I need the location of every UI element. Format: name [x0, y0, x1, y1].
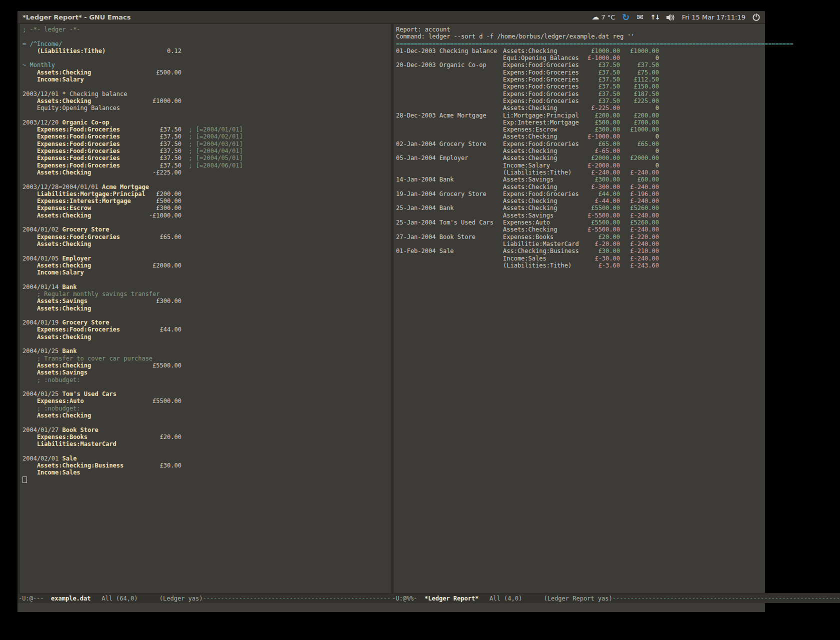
buffer-line[interactable]: Expenses:Books £20.00 [22, 434, 391, 440]
buffer-line[interactable]: 2004/01/19 Grocery Store [22, 319, 391, 326]
buffer-line[interactable]: Expenses:Escrow £300.00 [22, 204, 391, 212]
buffer-line[interactable]: 2004/01/25 Tom's Used Cars [22, 390, 391, 398]
buffer-line[interactable]: 2004/01/25 Bank [22, 348, 391, 354]
report-row[interactable]: Liabilitie:MasterCard£-20.00£-240.00 [396, 240, 840, 248]
buffer-line[interactable]: Expenses:Food:Groceries £37.50 ; [=2004/… [22, 133, 391, 140]
buffer-line[interactable]: Assets:Checking £5500.00 [22, 362, 391, 369]
buffer-line[interactable]: Assets:Checking [22, 240, 391, 248]
report-row[interactable]: Assets:Checking£-5500.00£-240.00 [396, 226, 840, 233]
report-row[interactable]: 01-Feb-2004 SaleAss:Checking:Business£30… [396, 248, 840, 254]
report-row[interactable]: (Liabilities:Tithe)£-3.60£-243.60 [396, 262, 840, 269]
buffer-line[interactable]: = /^Income/ [22, 40, 391, 48]
buffer-line[interactable]: ; -*- ledger -*- [22, 26, 391, 33]
report-row[interactable]: Exp:Interest:Mortgage£500.00£700.00 [396, 119, 840, 126]
report-row[interactable]: Expens:Food:Groceries£37.50£150.00 [396, 83, 840, 90]
report-row[interactable]: 20-Dec-2003 Organic Co-opExpens:Food:Gro… [396, 62, 840, 68]
report-row[interactable]: 05-Jan-2004 EmployerAssets:Checking£2000… [396, 154, 840, 162]
buffer-line[interactable] [22, 340, 391, 348]
buffer-line[interactable]: Assets:Checking £2000.00 [22, 262, 391, 269]
buffer-line[interactable]: 2004/01/27 Book Store [22, 426, 391, 434]
buffer-line[interactable]: ; :nobudget: [22, 405, 391, 412]
report-row[interactable]: Income:Salary£-2000.000 [396, 162, 840, 169]
report-row[interactable]: Expens:Food:Groceries£37.50£225.00 [396, 98, 840, 104]
modeline-left[interactable]: -U:@--- example.dat All (64,0) (Ledger y… [18, 593, 391, 603]
buffer-line[interactable]: Expenses:Food:Groceries £37.50 ; [=2004/… [22, 154, 391, 162]
buffer-line[interactable]: Income:Salary [22, 269, 391, 276]
buffer-line[interactable] [22, 419, 391, 426]
buffer-line[interactable]: ; Regular monthly savings transfer [22, 290, 391, 298]
buffer-line[interactable]: Assets:Checking [22, 305, 391, 312]
report-row[interactable]: Assets:Savings£-5500.00£-240.00 [396, 212, 840, 219]
report-row[interactable]: 27-Jan-2004 Book StoreExpenses:Books£20.… [396, 234, 840, 240]
buffer-line[interactable]: Assets:Checking £500.00 [22, 69, 391, 76]
buffer-line[interactable]: Expenses:Food:Groceries £37.50 ; [=2004/… [22, 148, 391, 154]
buffer-line[interactable]: Assets:Savings [22, 369, 391, 376]
buffer-line[interactable]: Equity:Opening Balances [22, 104, 391, 112]
report-row[interactable]: 01-Dec-2003 Checking balanceAssets:Check… [396, 48, 840, 54]
buffer-line[interactable]: Expenses:Interest:Mortgage £500.00 [22, 198, 391, 204]
report-row[interactable]: Expens:Food:Groceries£37.50£187.50 [396, 90, 840, 98]
buffer-line[interactable]: 2004/01/14 Bank [22, 284, 391, 290]
buffer-line[interactable]: Liabilities:MasterCard [22, 440, 391, 448]
buffer-line[interactable]: 2004/01/02 Grocery Store [22, 226, 391, 233]
mail-icon[interactable]: ✉ [636, 14, 643, 22]
buffer-line[interactable]: Assets:Savings £300.00 [22, 298, 391, 304]
report-row[interactable]: 14-Jan-2004 BankAssets:Savings£300.00£60… [396, 176, 840, 183]
buffer-line[interactable]: Assets:Checking -£225.00 [22, 169, 391, 176]
report-row[interactable]: Assets:Checking£-225.000 [396, 104, 840, 112]
buffer-line[interactable]: Expenses:Food:Groceries £37.50 ; [=2004/… [22, 140, 391, 148]
buffer-line[interactable] [22, 33, 391, 40]
report-row[interactable]: Expens:Food:Groceries£37.50£112.50 [396, 76, 840, 83]
report-row[interactable]: Expenses:Escrow£300.00£1000.00 [396, 126, 840, 133]
report-row[interactable]: Expens:Food:Groceries£37.50£75.00 [396, 69, 840, 76]
buffer-line[interactable]: Assets:Checking [22, 334, 391, 340]
titlebar[interactable]: *Ledger Report* - GNU Emacs ☁ 7 °C ↻ ✉ ↑… [18, 11, 765, 24]
buffer-line[interactable]: Income:Sales [22, 469, 391, 476]
buffer-line[interactable]: (Liabilities:Tithe) 0.12 [22, 48, 391, 54]
buffer-line[interactable]: 2004/02/01 Sale [22, 455, 391, 462]
power-icon[interactable] [752, 14, 760, 21]
report-row[interactable]: (Liabilities:Tithe)£-240.00£-240.00 [396, 169, 840, 176]
buffer-line[interactable]: Assets:Checking -£1000.00 [22, 212, 391, 219]
report-row[interactable]: Assets:Checking£-65.000 [396, 148, 840, 154]
report-row[interactable]: 02-Jan-2004 Grocery StoreExpens:Food:Gro… [396, 140, 840, 148]
report-row[interactable]: 28-Dec-2003 Acme MortgageLi:Mortgage:Pri… [396, 112, 840, 119]
buffer-line[interactable]: 2003/12/28=2004/01/01 Acme Mortgage [22, 184, 391, 190]
buffer-line[interactable]: Expenses:Food:Groceries £44.00 [22, 326, 391, 333]
buffer-line[interactable]: Liabilities:Mortgage:Principal £200.00 [22, 190, 391, 198]
report-row[interactable]: 25-Jan-2004 BankAssets:Checking£5500.00£… [396, 204, 840, 212]
buffer-line[interactable]: 2003/12/01 * Checking balance [22, 90, 391, 98]
buffer-line[interactable] [22, 219, 391, 226]
refresh-icon[interactable]: ↻ [622, 13, 630, 22]
report-row[interactable]: Income:Sales£-30.00£-240.00 [396, 255, 840, 262]
ledger-buffer[interactable]: ; -*- ledger -*-= /^Income/ (Liabilities… [18, 24, 391, 593]
buffer-line[interactable]: ; Transfer to cover car purchase [22, 355, 391, 362]
buffer-line[interactable] [22, 312, 391, 319]
buffer-line[interactable] [22, 384, 391, 390]
buffer-line[interactable] [22, 476, 391, 484]
buffer-line[interactable]: Expenses:Food:Groceries £37.50 ; [=2004/… [22, 126, 391, 133]
report-row[interactable]: Assets:Checking£-44.00£-240.00 [396, 198, 840, 204]
buffer-line[interactable]: ~ Monthly [22, 62, 391, 68]
buffer-line[interactable]: Expenses:Food:Groceries £65.00 [22, 234, 391, 240]
modeline-right[interactable]: -U:@%%- *Ledger Report* All (4,0) (Ledge… [391, 593, 840, 603]
buffer-line[interactable] [22, 448, 391, 455]
buffer-line[interactable] [22, 112, 391, 119]
buffer-line[interactable] [22, 54, 391, 62]
buffer-line[interactable]: 2003/12/20 Organic Co-op [22, 119, 391, 126]
buffer-line[interactable]: 2004/01/05 Employer [22, 255, 391, 262]
echo-area[interactable] [18, 603, 765, 612]
buffer-line[interactable]: Expenses:Food:Groceries £37.50 ; [=2004/… [22, 162, 391, 169]
report-row[interactable]: Assets:Checking£-1000.000 [396, 133, 840, 140]
buffer-line[interactable]: Assets:Checking £1000.00 [22, 98, 391, 104]
report-row[interactable]: Assets:Checking£-300.00£-240.00 [396, 184, 840, 190]
report-buffer[interactable]: Report: account Command: ledger --sort d… [391, 24, 840, 593]
buffer-line[interactable] [22, 176, 391, 183]
buffer-line[interactable]: Expenses:Auto £5500.00 [22, 398, 391, 404]
buffer-line[interactable]: ; :nobudget: [22, 376, 391, 384]
report-row[interactable]: Equi:Opening Balances£-1000.000 [396, 54, 840, 62]
buffer-line[interactable]: Assets:Checking [22, 412, 391, 419]
report-row[interactable]: 25-Jan-2004 Tom's Used CarsExpenses:Auto… [396, 219, 840, 226]
buffer-line[interactable] [22, 248, 391, 254]
volume-icon[interactable] [666, 14, 675, 21]
